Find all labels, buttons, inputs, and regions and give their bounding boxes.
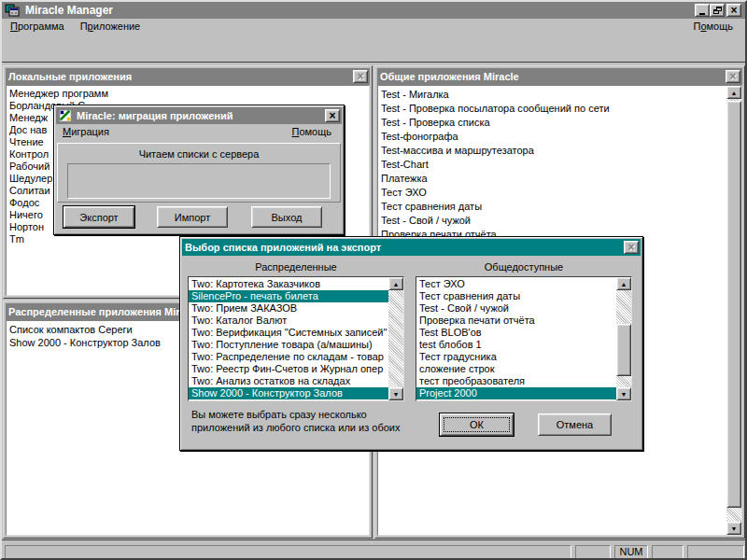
menu-programma[interactable]: Программа: [4, 19, 71, 34]
minimize-button[interactable]: [695, 4, 710, 17]
list-item[interactable]: Менеджер программ: [7, 88, 369, 100]
migration-dialog: Miracle: миграция приложений × Миграция …: [53, 105, 345, 235]
export-dialog-title: Выбор списка приложений на экспорт: [185, 242, 381, 253]
list-item[interactable]: Two: Картотека Заказчиков: [189, 278, 388, 290]
status-num-indicator: NUM: [614, 545, 648, 559]
local-close-button[interactable]: ×: [353, 70, 368, 83]
close-icon: ×: [329, 110, 335, 121]
migration-menubar: Миграция Помощь: [56, 124, 342, 141]
list-item[interactable]: Two: Прием ЗАКАЗОВ: [189, 302, 388, 315]
cancel-button[interactable]: Отмена: [538, 413, 612, 436]
left-list-header: Распределенные: [188, 261, 404, 273]
list-item[interactable]: тест преобразователя: [416, 375, 616, 387]
list-item[interactable]: Two: Реестр Фин-Счетов и Журнал опер: [189, 363, 388, 375]
shared-export-listbox[interactable]: Тест ЭХО Тест сравнения даты Test - Свой…: [416, 276, 632, 401]
menu-help[interactable]: Помощь: [687, 19, 740, 34]
miracle-manager-window: Miracle Manager × Программа Приложение П…: [0, 0, 747, 560]
left-list-scrollbar[interactable]: ▲ ▼: [388, 277, 403, 400]
scroll-down-icon[interactable]: ▼: [616, 387, 631, 400]
exit-button[interactable]: Выход: [251, 206, 322, 228]
menu-prilozhenie[interactable]: Приложение: [74, 19, 148, 34]
list-item[interactable]: Test - Свой / чужой: [416, 302, 616, 315]
scroll-up-icon[interactable]: ▲: [616, 277, 631, 290]
menu-migration[interactable]: Миграция: [56, 124, 116, 139]
scroll-up-icon[interactable]: ▲: [726, 86, 741, 99]
local-apps-title-bar: Локальные приложения ×: [6, 68, 370, 85]
restore-icon: [713, 7, 722, 14]
migration-title: Miracle: миграция приложений: [77, 110, 233, 121]
list-item[interactable]: Платежка: [378, 172, 726, 186]
main-title-bar: Miracle Manager ×: [2, 2, 745, 19]
scroll-up-icon[interactable]: ▲: [388, 277, 403, 290]
list-item[interactable]: Тест ЭХО: [378, 186, 726, 200]
migration-status-panel: Читаем списки с сервера: [57, 143, 341, 203]
list-item[interactable]: Test - Свой / чужой: [378, 214, 726, 228]
app-icon: [5, 3, 20, 18]
list-item[interactable]: Тест градусника: [416, 351, 616, 363]
list-item[interactable]: Test-массива и маршрутезатора: [378, 144, 726, 158]
list-item[interactable]: Test-фонографа: [378, 130, 726, 144]
local-apps-title: Локальные приложения: [8, 71, 132, 82]
list-item[interactable]: Two: Распределение по складам - товар: [189, 351, 388, 363]
shared-apps-title: Общие приложения Miracle: [380, 71, 519, 82]
right-list-header: Общедоступные: [416, 261, 632, 273]
restore-button[interactable]: [710, 4, 725, 17]
menu-migration-help[interactable]: Помощь: [286, 124, 339, 139]
shared-apps-title-bar: Общие приложения Miracle ×: [377, 68, 742, 85]
main-title: Miracle Manager: [25, 4, 113, 17]
toolbar: [2, 37, 745, 63]
list-item[interactable]: Two: Поступление товара (а/машины): [189, 339, 388, 351]
scrollbar-thumb[interactable]: [726, 101, 741, 508]
shared-close-button[interactable]: ×: [726, 70, 740, 83]
export-button[interactable]: Экспорт: [63, 206, 134, 228]
migration-title-bar: Miracle: миграция приложений ×: [56, 107, 342, 124]
export-dialog-title-bar: Выбор списка приложений на экспорт ×: [182, 239, 641, 256]
shared-scrollbar[interactable]: ▲ ▼: [726, 86, 741, 535]
status-panel: [652, 545, 684, 559]
close-icon: ×: [357, 71, 363, 82]
list-item[interactable]: сложение строк: [416, 363, 616, 375]
close-icon: ×: [729, 71, 736, 82]
list-item[interactable]: Test - Проверка списка: [378, 116, 726, 130]
list-item[interactable]: SilencePro - печать билета: [189, 290, 388, 302]
close-icon: ×: [730, 5, 737, 16]
scroll-down-icon[interactable]: ▼: [388, 387, 403, 400]
list-item[interactable]: Тест сравнения даты: [378, 200, 726, 214]
migration-close-button[interactable]: ×: [325, 109, 340, 122]
export-select-dialog: Выбор списка приложений на экспорт × Рас…: [179, 236, 643, 451]
list-item[interactable]: Project 2000: [416, 387, 616, 399]
list-item[interactable]: Test BLOB'ов: [416, 327, 616, 339]
minimize-icon: [699, 13, 705, 15]
distributed-export-listbox[interactable]: Two: Картотека Заказчиков SilencePro - п…: [188, 276, 404, 401]
list-item[interactable]: Test - Мигалка: [378, 88, 726, 102]
distributed-apps-title: Распределенные приложения Miracle: [8, 306, 200, 317]
ok-button[interactable]: ОК: [440, 413, 514, 436]
list-item[interactable]: test блобов 1: [416, 339, 616, 351]
list-item[interactable]: Test - Проверка посылатора сообщений по …: [378, 102, 726, 116]
status-panel: [575, 545, 611, 559]
close-icon: ×: [627, 242, 634, 253]
migration-app-icon: [59, 109, 74, 122]
right-list-scrollbar[interactable]: ▲ ▼: [616, 277, 631, 400]
scroll-down-icon[interactable]: ▼: [726, 522, 741, 535]
status-panel: [687, 545, 744, 559]
list-item[interactable]: Show 2000 - Конструктор Залов: [189, 387, 388, 399]
migration-progress-box: [67, 163, 331, 199]
main-menubar: Программа Приложение Помощь: [2, 19, 745, 37]
list-item[interactable]: Test-Chart: [378, 158, 726, 172]
list-item[interactable]: Two: Каталог Валют: [189, 315, 388, 327]
focus-rect: [444, 417, 510, 432]
list-item[interactable]: Тест сравнения даты: [416, 290, 616, 302]
close-button[interactable]: ×: [726, 4, 741, 17]
scrollbar-thumb[interactable]: [616, 324, 631, 376]
export-hint: Вы можете выбрать сразу несколько прилож…: [191, 408, 400, 434]
list-item[interactable]: Тест ЭХО: [416, 278, 616, 290]
export-dialog-close-button[interactable]: ×: [624, 241, 639, 254]
status-message-panel: [5, 545, 571, 559]
list-item[interactable]: Two: Анализ остатков на складах: [189, 375, 388, 387]
import-button[interactable]: Импорт: [157, 206, 228, 228]
list-item[interactable]: Two: Верификация "Системных записей": [189, 327, 388, 339]
migration-status-label: Читаем списки с сервера: [58, 148, 340, 160]
list-item[interactable]: Проверка печати отчёта: [416, 315, 616, 327]
